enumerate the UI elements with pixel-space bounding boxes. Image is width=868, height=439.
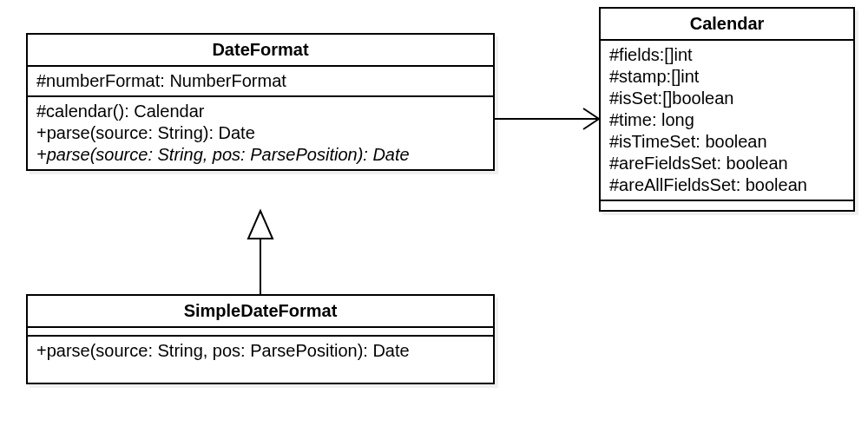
operations-section: #calendar(): Calendar +parse(source: Str… [28, 97, 493, 169]
attribute: #areFieldsSet: boolean [609, 153, 845, 174]
generalization-simpledateformat-dateformat [248, 211, 273, 294]
attribute: #fields:[]int [609, 44, 845, 66]
attribute: #isTimeSet: boolean [609, 131, 845, 153]
attributes-section [28, 328, 493, 337]
class-name: SimpleDateFormat [28, 296, 493, 328]
attribute: #time: long [609, 109, 845, 131]
class-simpledateformat: SimpleDateFormat +parse(source: String, … [26, 294, 495, 384]
operation: +parse(source: String, pos: ParsePositio… [36, 144, 484, 166]
class-dateformat: DateFormat #numberFormat: NumberFormat #… [26, 33, 495, 171]
operation: #calendar(): Calendar [36, 101, 484, 122]
class-name: Calendar [601, 9, 853, 41]
attribute: #areAllFieldsSet: boolean [609, 174, 845, 196]
operation-list: #calendar(): Calendar +parse(source: Str… [36, 101, 484, 166]
operations-section: +parse(source: String, pos: ParsePositio… [28, 337, 493, 383]
class-name: DateFormat [28, 35, 493, 67]
attribute-list: #numberFormat: NumberFormat [36, 70, 484, 92]
attributes-section: #fields:[]int #stamp:[]int #isSet:[]bool… [601, 41, 853, 201]
attribute: #stamp:[]int [609, 66, 845, 88]
uml-canvas: DateFormat #numberFormat: NumberFormat #… [0, 0, 868, 439]
operations-section [601, 201, 853, 210]
svg-marker-2 [248, 211, 273, 239]
attribute: #isSet:[]boolean [609, 88, 845, 109]
class-calendar: Calendar #fields:[]int #stamp:[]int #isS… [599, 7, 855, 212]
operation: +parse(source: String): Date [36, 122, 484, 144]
attribute: #numberFormat: NumberFormat [36, 70, 484, 92]
attributes-section: #numberFormat: NumberFormat [28, 67, 493, 97]
operation: +parse(source: String, pos: ParsePositio… [36, 340, 484, 362]
association-dateformat-calendar [495, 108, 599, 129]
attribute-list: #fields:[]int #stamp:[]int #isSet:[]bool… [609, 44, 845, 196]
operation-list: +parse(source: String, pos: ParsePositio… [36, 340, 484, 362]
